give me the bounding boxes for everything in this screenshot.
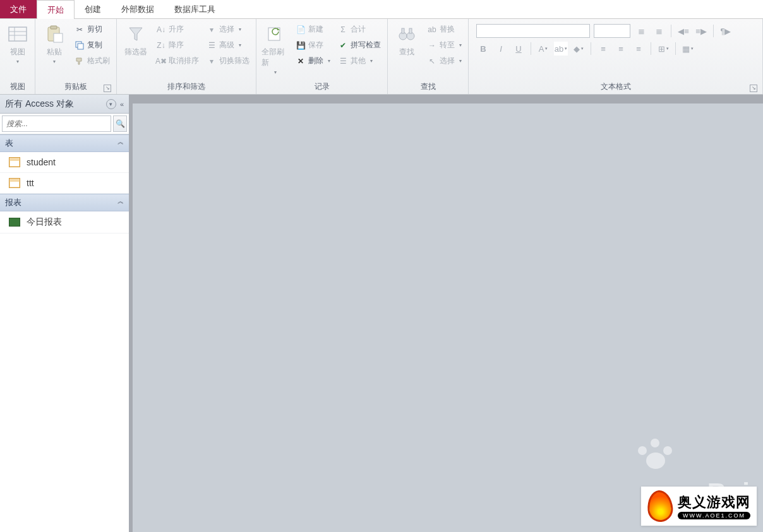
goto-button[interactable]: →转至	[424, 38, 464, 52]
filter-select-button[interactable]: ▾选择	[204, 23, 252, 36]
highlight-button[interactable]: ab	[554, 42, 568, 56]
view-button[interactable]: 视图 ▾	[4, 21, 31, 67]
refresh-all-button[interactable]: 全部刷新 ▾	[260, 21, 291, 78]
category-tables-header[interactable]: 表 ︽	[0, 134, 129, 152]
refresh-icon	[265, 24, 285, 44]
svg-rect-13	[409, 28, 412, 33]
cut-button[interactable]: ✂ 剪切	[72, 23, 112, 36]
view-icon	[8, 24, 28, 44]
table-item-student[interactable]: student	[0, 152, 129, 173]
select-label: 选择	[440, 56, 455, 66]
funnel-icon	[126, 24, 146, 44]
group-sort-filter: 筛选器 A↓升序 Z↓降序 A✖取消排序 ▾选择 ☰高级 ▾切换筛选 排序和筛选	[117, 19, 256, 94]
totals-label: 合计	[351, 24, 366, 35]
totals-button[interactable]: Σ合计	[335, 23, 383, 36]
replace-button[interactable]: ab替换	[424, 23, 464, 36]
sort-desc-button[interactable]: Z↓降序	[153, 38, 201, 52]
collapse-pane-button[interactable]: «	[120, 100, 124, 108]
align-center-button[interactable]: ≡	[614, 42, 628, 56]
textformat-launcher[interactable]: ↘	[750, 85, 757, 92]
bold-button[interactable]: B	[476, 42, 490, 56]
funnel-small-icon: ▾	[207, 25, 217, 35]
group-text-format: ≣ ≣ ◀≡ ≡▶ ¶▶ B I U A ab ◆ ≡ ≡ ≡	[469, 19, 763, 94]
dropdown-arrow-icon: ▾	[53, 59, 56, 64]
tab-home[interactable]: 开始	[37, 0, 75, 19]
filter-advanced-label: 高级	[219, 40, 234, 50]
ltr-button[interactable]: ¶▶	[719, 24, 733, 38]
tab-external-data[interactable]: 外部数据	[111, 0, 164, 18]
filter-advanced-button[interactable]: ☰高级	[204, 38, 252, 52]
scissors-icon: ✂	[75, 25, 85, 35]
table-item-ttt[interactable]: ttt	[0, 173, 129, 194]
align-right-button[interactable]: ≡	[632, 42, 646, 56]
toggle-filter-icon: ▾	[207, 56, 217, 66]
delete-label: 删除	[308, 56, 323, 66]
paste-icon	[44, 24, 64, 44]
nav-pane-header[interactable]: 所有 Access 对象 ▾ «	[0, 95, 129, 114]
view-label: 视图	[10, 47, 25, 57]
main-area: 所有 Access 对象 ▾ « 🔍 表 ︽ student ttt 报表 ︽ …	[0, 95, 763, 532]
cut-label: 剪切	[87, 24, 102, 35]
font-color-button[interactable]: A	[536, 42, 550, 56]
sort-asc-button[interactable]: A↓升序	[153, 23, 201, 36]
italic-button[interactable]: I	[494, 42, 508, 56]
collapse-icon: ︽	[117, 197, 124, 208]
report-item-today[interactable]: 今日报表	[0, 211, 129, 233]
tab-file[interactable]: 文件	[0, 0, 37, 18]
find-label: 查找	[399, 47, 414, 57]
nav-title: 所有 Access 对象	[5, 98, 74, 110]
tab-create[interactable]: 创建	[75, 0, 111, 18]
tab-database-tools[interactable]: 数据库工具	[164, 0, 225, 18]
goto-icon: →	[427, 40, 437, 50]
save-button[interactable]: 💾保存	[293, 38, 333, 52]
format-painter-button[interactable]: 格式刷	[72, 54, 112, 68]
bullets-button[interactable]: ≣	[634, 24, 648, 38]
gridlines-button[interactable]: ⊞	[656, 42, 670, 56]
category-reports-header[interactable]: 报表 ︽	[0, 194, 129, 211]
nav-search-row: 🔍	[0, 114, 129, 134]
decrease-indent-button[interactable]: ◀≡	[676, 24, 690, 38]
spellcheck-button[interactable]: ✔拼写检查	[335, 38, 383, 52]
goto-label: 转至	[440, 40, 455, 50]
search-button[interactable]: 🔍	[113, 115, 127, 132]
font-size-combo[interactable]	[594, 24, 630, 38]
underline-button[interactable]: U	[512, 42, 526, 56]
sort-desc-icon: Z↓	[156, 40, 166, 50]
dropdown-arrow-icon: ▾	[16, 59, 19, 64]
replace-icon: ab	[427, 25, 437, 35]
search-input[interactable]	[2, 115, 111, 132]
more-button[interactable]: ☰其他	[335, 54, 383, 68]
copy-button[interactable]: 复制	[72, 38, 112, 52]
fill-color-button[interactable]: ◆	[572, 42, 586, 56]
alt-row-color-button[interactable]: ▦	[681, 42, 695, 56]
delete-icon: ✕	[296, 56, 306, 66]
select-button[interactable]: ↖选择	[424, 54, 464, 68]
filter-button[interactable]: 筛选器	[121, 21, 151, 60]
report-icon	[9, 218, 20, 227]
replace-label: 替换	[440, 24, 455, 35]
increase-indent-button[interactable]: ≡▶	[694, 24, 708, 38]
numbering-button[interactable]: ≣	[652, 24, 666, 38]
toggle-filter-button[interactable]: ▾切换筛选	[204, 54, 252, 68]
find-button[interactable]: 查找	[392, 21, 422, 60]
collapse-icon: ︽	[117, 138, 124, 149]
new-record-button[interactable]: 📄新建	[293, 23, 333, 36]
cursor-icon: ↖	[427, 56, 437, 66]
align-left-button[interactable]: ≡	[596, 42, 610, 56]
svg-rect-5	[51, 26, 57, 29]
paste-label: 粘贴	[47, 47, 62, 57]
spellcheck-icon: ✔	[338, 40, 348, 50]
spellcheck-label: 拼写检查	[351, 40, 381, 50]
svg-rect-8	[78, 44, 83, 49]
cancel-sort-label: 取消排序	[169, 56, 199, 66]
paste-button[interactable]: 粘贴 ▾	[39, 21, 69, 67]
cancel-sort-button[interactable]: A✖取消排序	[153, 54, 201, 68]
font-family-combo[interactable]	[476, 24, 590, 38]
cancel-sort-icon: A✖	[156, 56, 166, 66]
nav-filter-dropdown-icon[interactable]: ▾	[106, 99, 116, 109]
refresh-label: 全部刷新	[261, 47, 289, 68]
clipboard-launcher[interactable]: ↘	[104, 85, 111, 92]
delete-button[interactable]: ✕删除	[293, 54, 333, 68]
group-label-records: 记录	[260, 80, 383, 94]
svg-rect-6	[54, 33, 63, 42]
